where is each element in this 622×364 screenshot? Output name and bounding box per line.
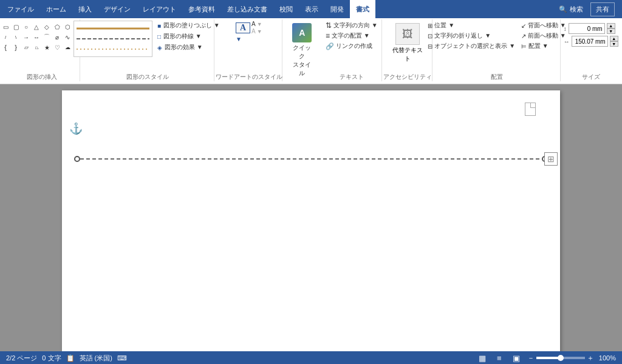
- share-button[interactable]: 共有: [590, 2, 615, 16]
- tab-home[interactable]: ホーム: [40, 0, 72, 18]
- shape-btn-parallelogram[interactable]: ▱: [21, 42, 31, 52]
- view-btn-print[interactable]: ▦: [476, 353, 488, 363]
- shape-btn-trapezoid[interactable]: ⏢: [32, 42, 41, 52]
- shape-btn-curve[interactable]: ⌒: [42, 32, 52, 42]
- language-text: 英語 (米国): [80, 354, 112, 363]
- tab-insert[interactable]: 挿入: [72, 0, 98, 18]
- doc-icon: 📋: [66, 354, 75, 362]
- quick-style-btn[interactable]: A クイックスタイル: [287, 21, 316, 80]
- group-wordart-styles: A A ▼ A ▼ ▼: [216, 19, 282, 81]
- text-align-icon: ≡: [326, 32, 330, 40]
- shape-outline-label: 図形の枠線 ▼: [163, 32, 202, 41]
- shapes-grid-container: ▭ ▢ ○ △ ◇ ⬠ ⬡ ▼ / \ → ↔ ⌒ ⌀ ∿ ⊢: [0, 19, 84, 72]
- tab-view[interactable]: 表示: [299, 0, 324, 18]
- width-up-btn[interactable]: ▲: [610, 36, 618, 41]
- height-up-btn[interactable]: ▲: [607, 23, 615, 29]
- shape-btn-double-arrow[interactable]: ↔: [32, 32, 41, 42]
- tab-layout[interactable]: レイアウト: [137, 0, 182, 18]
- shape-btn-scribble[interactable]: ∿: [63, 32, 72, 42]
- shape-btn-pentagon[interactable]: ⬠: [52, 22, 62, 32]
- height-input[interactable]: [569, 23, 605, 34]
- height-spinners: ▲ ▼: [607, 23, 615, 34]
- accessibility-content: 🖼 代替テキスト: [387, 19, 428, 72]
- zoom-slider[interactable]: [536, 357, 585, 359]
- shape-btn-line2[interactable]: \: [11, 32, 21, 42]
- shape-btn-freeform[interactable]: ⌀: [52, 32, 62, 42]
- width-down-btn[interactable]: ▼: [610, 41, 618, 47]
- selection-label: オブジェクトの選択と表示 ▼: [434, 42, 515, 50]
- tab-design[interactable]: デザイン: [98, 0, 137, 18]
- shape-btn-brace2[interactable]: }: [11, 42, 21, 52]
- shape-btn-line[interactable]: /: [1, 32, 10, 42]
- shape-btn-triangle[interactable]: △: [32, 22, 41, 32]
- tab-developer[interactable]: 開発: [324, 0, 350, 18]
- group-size-label: サイズ: [582, 72, 600, 81]
- tab-format[interactable]: 書式: [350, 0, 375, 18]
- view-btn-web[interactable]: ≡: [493, 353, 505, 363]
- line-handle-box[interactable]: ⊞: [544, 152, 558, 166]
- position-btn[interactable]: ⊞ 位置 ▼: [426, 21, 517, 30]
- quick-style-letter: A: [299, 28, 305, 38]
- wordart-more-btn[interactable]: ▼: [236, 36, 242, 42]
- selection-pane-btn[interactable]: ⊟ オブジェクトの選択と表示 ▼: [426, 41, 517, 51]
- height-down-btn[interactable]: ▼: [607, 29, 615, 34]
- text-direction-label: 文字列の方向 ▼: [333, 21, 378, 30]
- text-direction-btn[interactable]: ⇅ 文字列の方向 ▼: [324, 21, 380, 30]
- tab-review[interactable]: 校閲: [273, 0, 299, 18]
- search-area: 🔍 検索 共有: [553, 0, 621, 19]
- selection-icon: ⊟: [428, 43, 432, 50]
- search-icon: 🔍: [559, 5, 567, 13]
- alt-text-btn[interactable]: 🖼 代替テキスト: [387, 21, 428, 66]
- view-btn-read[interactable]: ▣: [510, 353, 522, 363]
- shape-outline-dot: □: [157, 33, 161, 40]
- tab-file[interactable]: ファイル: [1, 0, 40, 18]
- shape-btn-arrow[interactable]: →: [21, 32, 31, 42]
- shape-btn-rect[interactable]: ▭: [1, 22, 10, 32]
- height-row: ↕ ▲ ▼: [564, 23, 618, 34]
- group-accessibility-label: アクセシビリティ: [383, 72, 432, 81]
- dashed-line-container[interactable]: ⊞: [74, 156, 548, 162]
- anchor-icon: ⚓: [69, 122, 83, 135]
- arrange-rows: ⊞ 位置 ▼ ⊡ 文字列の折り返し ▼ ⊟ オブジェクトの選択と表示 ▼: [426, 21, 567, 51]
- handle-icon: ⊞: [547, 154, 555, 164]
- shape-fill-btn[interactable]: ■ 図形の塗りつぶし ▼: [155, 21, 222, 30]
- wordart-btn-A-large[interactable]: A: [236, 22, 250, 33]
- text-align-btn[interactable]: ≡ 文字の配置 ▼: [324, 31, 380, 41]
- tab-mailings[interactable]: 差し込み文書: [221, 0, 273, 18]
- word-count: 0 文字: [42, 354, 61, 363]
- wordart-A2-arrow: ▼: [257, 29, 262, 35]
- quick-style-label: クイックスタイル: [291, 44, 313, 78]
- shape-btn-circle[interactable]: ○: [21, 22, 31, 32]
- group-shapes-insert: ▭ ▢ ○ △ ◇ ⬠ ⬡ ▼ / \ → ↔ ⌒ ⌀ ∿ ⊢: [2, 19, 80, 81]
- shape-btn-hexagon[interactable]: ⬡: [63, 22, 72, 32]
- text-wrap-btn[interactable]: ⊡ 文字列の折り返し ▼: [426, 31, 517, 41]
- width-icon: ↔: [564, 38, 570, 45]
- shape-effect-btn[interactable]: ◈ 図形の効果 ▼: [155, 42, 222, 52]
- create-link-icon: 🔗: [326, 42, 334, 50]
- shape-btn-rounded-rect[interactable]: ▢: [11, 22, 21, 32]
- language-item: 英語 (米国): [80, 354, 112, 363]
- zoom-plus-btn[interactable]: ＋: [587, 353, 594, 363]
- dashed-line-svg: [80, 158, 542, 160]
- arrange-btns-col1: ⊞ 位置 ▼ ⊡ 文字列の折り返し ▼ ⊟ オブジェクトの選択と表示 ▼: [426, 21, 517, 51]
- shape-btn-heart[interactable]: ♡: [52, 42, 62, 52]
- shape-btn-diamond[interactable]: ◇: [42, 22, 52, 32]
- shape-outline-btn[interactable]: □ 図形の枠線 ▼: [155, 32, 222, 41]
- shape-btn-brace[interactable]: {: [1, 42, 10, 52]
- width-input[interactable]: [572, 36, 608, 47]
- keyboard-icon-area: ⌨: [117, 354, 127, 362]
- line-endpoint-left[interactable]: [74, 156, 80, 162]
- text-direction-icon: ⇅: [326, 21, 332, 30]
- zoom-minus-btn[interactable]: －: [527, 353, 535, 363]
- keyboard-icon: ⌨: [117, 354, 127, 362]
- size-group-inner: ↕ ▲ ▼ ↔ ▲ ▼: [561, 21, 621, 49]
- tab-references[interactable]: 参考資料: [182, 0, 221, 18]
- line-preview-1: [77, 24, 149, 33]
- shape-btn-star[interactable]: ★: [42, 42, 52, 52]
- send-back-icon: ↙: [521, 22, 526, 29]
- zoom-slider-container: － ＋: [527, 353, 594, 363]
- shapes-grid: ▭ ▢ ○ △ ◇ ⬠ ⬡ ▼ / \ → ↔ ⌒ ⌀ ∿ ⊢: [0, 21, 84, 53]
- shape-btn-cloud[interactable]: ☁: [63, 42, 72, 52]
- ribbon-tabs-bar: ファイル ホーム 挿入 デザイン レイアウト 参考資料 差し込み文書 校閲 表示…: [0, 0, 622, 18]
- create-link-btn[interactable]: 🔗 リンクの作成: [324, 41, 380, 51]
